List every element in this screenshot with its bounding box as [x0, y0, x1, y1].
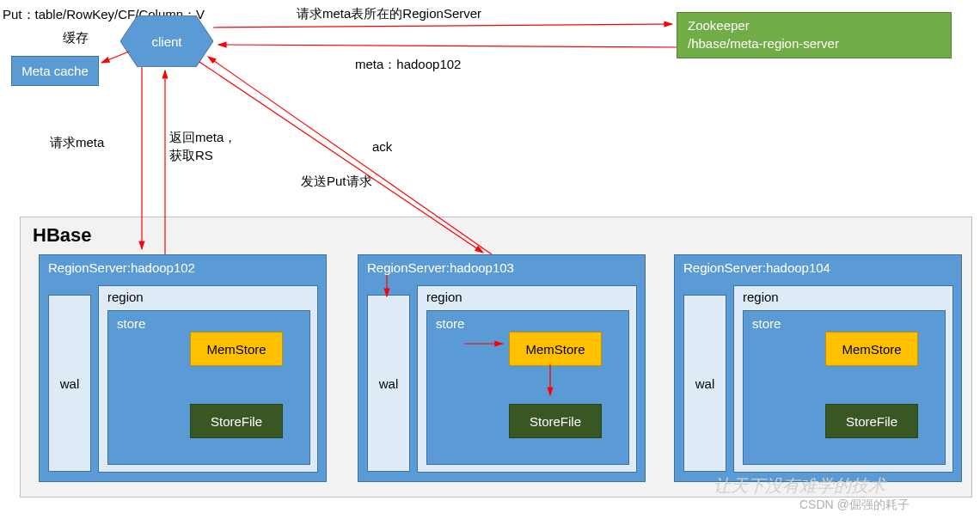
label-request-meta: 请求meta	[50, 135, 104, 151]
label-return-meta-l2: 获取RS	[169, 146, 236, 164]
label-return-meta-l1: 返回meta，	[169, 128, 236, 146]
wal-2: wal	[367, 295, 410, 472]
csdn-credit: CSDN @倔强的耗子	[799, 498, 910, 513]
wal-3: wal	[683, 295, 726, 472]
wal-label-3: wal	[695, 376, 715, 391]
storefile-label-2: StoreFile	[530, 414, 581, 429]
region-title-1: region	[107, 290, 144, 304]
store-title-2: store	[436, 316, 464, 331]
memstore-1: MemStore	[190, 332, 283, 366]
wal-1: wal	[48, 295, 91, 472]
label-meta-hadoop: meta：hadoop102	[355, 57, 461, 73]
client-label: client	[120, 15, 213, 67]
memstore-2: MemStore	[509, 332, 602, 366]
label-ack: ack	[372, 139, 392, 154]
storefile-3: StoreFile	[825, 404, 918, 438]
zookeeper-title: Zookeeper	[688, 16, 940, 34]
rs-title-2: RegionServer:hadoop103	[367, 260, 514, 275]
wal-label-2: wal	[379, 376, 399, 391]
memstore-label-3: MemStore	[842, 342, 901, 357]
memstore-label-2: MemStore	[525, 342, 585, 357]
storefile-label-3: StoreFile	[846, 414, 897, 429]
store-title-1: store	[117, 316, 145, 331]
store-title-3: store	[752, 316, 781, 331]
region-server-1: RegionServer:hadoop102 wal region store …	[39, 254, 327, 482]
hbase-title: HBase	[33, 224, 91, 247]
memstore-label-1: MemStore	[206, 342, 266, 357]
watermark: 让天下没有难学的技术	[714, 474, 885, 498]
label-return-meta: 返回meta， 获取RS	[169, 128, 236, 164]
svg-line-2	[218, 45, 677, 47]
region-2: region store MemStore StoreFile	[417, 285, 637, 473]
label-request-meta-regionserver: 请求meta表所在的RegionServer	[297, 6, 481, 22]
cache-label: 缓存	[63, 30, 89, 46]
meta-cache-box: Meta cache	[11, 56, 99, 86]
region-title-2: region	[426, 290, 462, 304]
rs-title-3: RegionServer:hadoop104	[683, 260, 830, 275]
svg-line-1	[213, 24, 672, 27]
wal-label-1: wal	[60, 376, 80, 391]
client-node: client	[120, 15, 213, 67]
hbase-container: HBase RegionServer:hadoop102 wal region …	[20, 217, 972, 498]
store-2: store MemStore StoreFile	[426, 310, 629, 465]
storefile-1: StoreFile	[190, 404, 283, 438]
region-server-3: RegionServer:hadoop104 wal region store …	[674, 254, 962, 482]
meta-cache-label: Meta cache	[21, 64, 89, 78]
store-1: store MemStore StoreFile	[107, 310, 310, 465]
zookeeper-path: /hbase/meta-region-server	[688, 34, 940, 52]
zookeeper-box: Zookeeper /hbase/meta-region-server	[677, 12, 952, 58]
region-server-2: RegionServer:hadoop103 wal region store …	[358, 254, 646, 482]
memstore-3: MemStore	[825, 332, 918, 366]
region-1: region store MemStore StoreFile	[98, 285, 318, 473]
rs-title-1: RegionServer:hadoop102	[48, 260, 195, 275]
region-3: region store MemStore StoreFile	[733, 285, 953, 473]
label-send-put: 发送Put请求	[301, 174, 372, 190]
region-title-3: region	[743, 290, 779, 304]
store-3: store MemStore StoreFile	[743, 310, 946, 465]
storefile-2: StoreFile	[509, 404, 602, 438]
storefile-label-1: StoreFile	[211, 414, 262, 429]
